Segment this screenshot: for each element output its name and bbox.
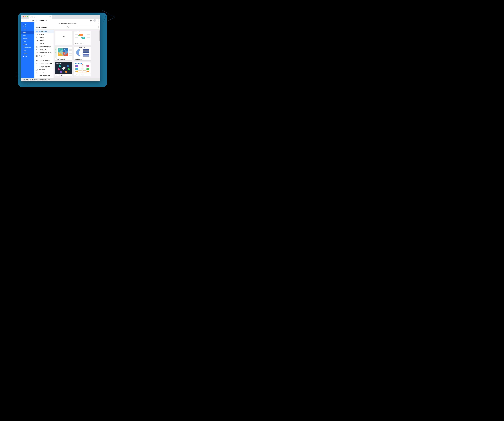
- template-card[interactable]: +: [55, 31, 72, 45]
- category-icon: [36, 40, 38, 42]
- minimize-window-icon[interactable]: [25, 16, 26, 17]
- sidebar-item-options[interactable]: Options: [21, 52, 35, 55]
- category-item-organizational-chart[interactable]: Organizational Chart: [35, 45, 54, 48]
- sidebar-item-label: New: [23, 32, 26, 33]
- win-minimize-icon[interactable]: —: [94, 23, 95, 24]
- template-card[interactable]: Add Your Title Here 0102 0403 Arrow Diag…: [55, 47, 72, 60]
- category-label: Network: [39, 72, 43, 73]
- category-label: Electrical Engineering: [39, 75, 51, 77]
- category-item-management[interactable]: Management: [35, 48, 54, 51]
- sidebar-item-import[interactable]: Import: [21, 43, 35, 46]
- category-label: Database Modeling: [39, 66, 50, 67]
- svg-rect-10: [36, 34, 37, 35]
- scrollbar-thumb[interactable]: [100, 30, 100, 42]
- category-icon: [36, 69, 38, 71]
- svg-point-60: [67, 65, 69, 67]
- sidebar-item-print[interactable]: Print: [21, 40, 35, 43]
- star-icon[interactable]: [90, 19, 92, 21]
- window-title: Edraw Max (Unlicensed Version): [59, 23, 76, 24]
- svg-rect-68: [87, 65, 89, 67]
- reload-icon[interactable]: [29, 19, 31, 21]
- back-icon[interactable]: [22, 19, 24, 21]
- category-item-wireframe[interactable]: Wireframe: [35, 68, 54, 71]
- template-grid[interactable]: +Add Your Title Here 0102 0304 Arrow Dia…: [54, 30, 100, 78]
- template-card[interactable]: Add Your Title Here Arrow Diagram 5: [74, 62, 91, 76]
- sidebar-item-save[interactable]: Save: [21, 34, 35, 37]
- sidebar-item-save-as[interactable]: Save As: [21, 37, 35, 40]
- template-card[interactable]: Add Your Title Here Arrow Diagram 4: [55, 62, 72, 76]
- decorative-arrow: [101, 9, 119, 27]
- svg-point-59: [59, 65, 61, 67]
- category-icon: [36, 75, 38, 77]
- svg-rect-50: [69, 54, 72, 55]
- category-list[interactable]: Basic DiagramBusinessFlowchartMarketingM…: [35, 30, 54, 78]
- template-card[interactable]: Add Your Title Here 0102 0304 Arrow Diag…: [74, 31, 91, 45]
- close-window-icon[interactable]: [23, 16, 24, 17]
- svg-text:01: 01: [59, 49, 60, 50]
- svg-rect-72: [87, 68, 89, 70]
- app-viewport: OpenNewSaveSave AsPrintImportExport & Se…: [21, 22, 100, 78]
- svg-text:02: 02: [64, 49, 65, 50]
- sidebar-item-new[interactable]: New: [21, 31, 35, 34]
- svg-point-58: [62, 67, 65, 70]
- category-label: Marketing: [39, 40, 44, 42]
- close-tab-icon[interactable]: ✕: [50, 16, 51, 18]
- category-item-project-management[interactable]: Project Management: [35, 59, 54, 62]
- page-title: Basic Diagram: [36, 26, 47, 28]
- sidebar-item-label: Save: [23, 35, 26, 36]
- template-thumbnail: Add Your Title Here: [55, 62, 72, 74]
- home-icon[interactable]: [32, 19, 34, 21]
- category-icon: [36, 37, 38, 39]
- forward-icon[interactable]: [26, 19, 27, 21]
- category-item-mind-map[interactable]: Mind Map: [35, 42, 54, 45]
- exit-icon: [23, 56, 24, 57]
- kebab-menu-icon[interactable]: [97, 19, 99, 21]
- sidebar-item-exit[interactable]: Exit: [21, 55, 35, 58]
- sidebar-item-export-send[interactable]: Export & Send: [21, 46, 35, 49]
- category-item-marketing[interactable]: Marketing: [35, 39, 54, 42]
- profile-avatar[interactable]: [93, 19, 96, 22]
- maximize-window-icon[interactable]: [27, 16, 28, 17]
- category-item-software-development[interactable]: Software Development: [35, 62, 54, 65]
- sidebar-item-label: Export & Send: [23, 47, 31, 48]
- category-item-basic-diagram[interactable]: Basic Diagram: [35, 30, 54, 33]
- search-input[interactable]: Search examples . . .: [66, 26, 99, 28]
- svg-rect-49: [69, 53, 72, 54]
- category-icon: [36, 31, 38, 33]
- svg-rect-71: [83, 68, 87, 70]
- svg-rect-75: [83, 71, 87, 72]
- category-item-strategy-and-planning[interactable]: Strategy and Planning: [35, 51, 54, 54]
- template-label: Arrow Diagram 4: [55, 74, 72, 76]
- sidebar-item-label: Exit: [25, 56, 27, 57]
- category-label: Analysis Canvas: [39, 55, 48, 57]
- category-icon: [36, 63, 38, 65]
- template-card[interactable]: Add Your Title Here Arrow Diagram 3: [74, 47, 91, 60]
- address-bar[interactable]: cameyo.com: [35, 20, 89, 21]
- win-restore-icon[interactable]: ▢: [96, 23, 97, 24]
- category-item-database-modeling[interactable]: Database Modeling: [35, 65, 54, 68]
- category-label: Flowchart: [39, 37, 44, 38]
- browser-toolbar: cameyo.com: [21, 18, 100, 22]
- category-item-industrial-engineering[interactable]: Industrial Engineering: [35, 77, 54, 78]
- category-item-business[interactable]: Business: [35, 33, 54, 36]
- category-item-network[interactable]: Network: [35, 71, 54, 74]
- sidebar-item-label: Save As: [23, 38, 28, 39]
- browser-tab-active[interactable]: CAMEYO ✕: [29, 15, 52, 18]
- back-button[interactable]: [23, 24, 26, 27]
- svg-point-63: [60, 71, 62, 73]
- category-item-electrical-engineering[interactable]: Electrical Engineering: [35, 74, 54, 77]
- sidebar-item-label: Options: [23, 53, 27, 54]
- browser-tab-strip: CAMEYO ✕ +: [21, 15, 100, 18]
- category-label: Strategy and Planning: [39, 52, 51, 53]
- win-close-icon[interactable]: ✕: [98, 23, 99, 24]
- category-icon: [36, 66, 38, 68]
- svg-point-5: [67, 26, 68, 27]
- sidebar-item-open[interactable]: Open: [21, 28, 35, 31]
- category-item-flowchart[interactable]: Flowchart: [35, 36, 54, 39]
- category-item-analysis-canvas[interactable]: Analysis Canvas: [35, 54, 54, 57]
- svg-rect-30: [75, 37, 78, 38]
- svg-rect-51: [83, 49, 89, 50]
- sidebar-item-close[interactable]: Close: [21, 49, 35, 52]
- category-label: Organizational Chart: [39, 46, 50, 47]
- new-tab-button[interactable]: +: [52, 15, 55, 18]
